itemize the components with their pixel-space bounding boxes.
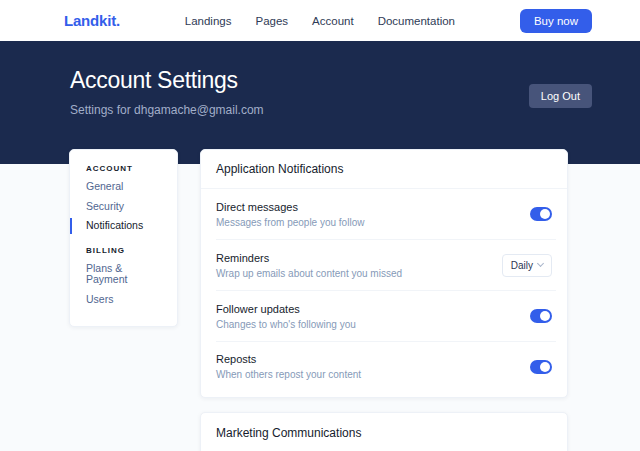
sidebar-section-account: Account General Security Notifications (70, 164, 177, 234)
hero-header: Account Settings Settings for dhgamache@… (0, 41, 640, 164)
toggle-knob (540, 362, 550, 372)
logout-button[interactable]: Log Out (529, 84, 592, 108)
sidebar-item-plans-payment[interactable]: Plans & Payment (70, 261, 177, 288)
content-area: Account General Security Notifications B… (0, 149, 640, 451)
selected-value: Daily (511, 260, 533, 271)
row-description: Wrap up emails about content you missed (216, 268, 402, 279)
nav-link-documentation[interactable]: Documentation (378, 15, 455, 27)
follower-updates-toggle[interactable] (530, 309, 552, 323)
reminders-text: Reminders Wrap up emails about content y… (216, 252, 402, 279)
reminders-frequency-select[interactable]: Daily (502, 254, 552, 277)
toggle-knob (540, 311, 550, 321)
nav-link-landings[interactable]: Landings (185, 15, 232, 27)
sidebar-item-general[interactable]: General (70, 179, 177, 195)
main-column: Application Notifications Direct message… (200, 149, 568, 451)
row-description: Messages from people you follow (216, 217, 364, 228)
sidebar-item-notifications[interactable]: Notifications (70, 218, 177, 234)
direct-messages-text: Direct messages Messages from people you… (216, 201, 364, 228)
nav-link-account[interactable]: Account (312, 15, 354, 27)
nav-links: Landings Pages Account Documentation (120, 15, 520, 27)
settings-sidebar-card: Account General Security Notifications B… (69, 149, 178, 327)
marketing-communications-card: Marketing Communications (200, 412, 568, 451)
reposts-toggle[interactable] (530, 360, 552, 374)
row-title: Direct messages (216, 201, 364, 213)
navbar: Landkit. Landings Pages Account Document… (0, 0, 640, 41)
marketing-communications-title: Marketing Communications (201, 413, 567, 451)
sidebar-heading-billing: Billing (70, 246, 177, 255)
application-notifications-card: Application Notifications Direct message… (200, 149, 568, 398)
application-notifications-title: Application Notifications (201, 150, 567, 189)
row-description: When others repost your content (216, 369, 361, 380)
follower-updates-text: Follower updates Changes to who's follow… (216, 303, 356, 330)
reposts-text: Reposts When others repost your content (216, 353, 361, 380)
row-title: Reminders (216, 252, 402, 264)
direct-messages-row: Direct messages Messages from people you… (201, 189, 567, 239)
page-title: Account Settings (70, 67, 264, 95)
row-description: Changes to who's following you (216, 319, 356, 330)
sidebar-heading-account: Account (70, 164, 177, 173)
landkit-logo[interactable]: Landkit. (64, 12, 120, 29)
reminders-row: Reminders Wrap up emails about content y… (201, 240, 567, 290)
page-subtitle: Settings for dhgamache@gmail.com (70, 103, 264, 117)
row-title: Reposts (216, 353, 361, 365)
sidebar-item-users[interactable]: Users (70, 292, 177, 308)
nav-link-pages[interactable]: Pages (255, 15, 288, 27)
chevron-down-icon (537, 260, 544, 267)
sidebar-section-billing: Billing Plans & Payment Users (70, 246, 177, 308)
buy-now-button[interactable]: Buy now (520, 9, 592, 33)
direct-messages-toggle[interactable] (530, 207, 552, 221)
follower-updates-row: Follower updates Changes to who's follow… (201, 291, 567, 341)
sidebar-item-security[interactable]: Security (70, 199, 177, 215)
hero-text: Account Settings Settings for dhgamache@… (70, 67, 264, 117)
toggle-knob (540, 209, 550, 219)
row-title: Follower updates (216, 303, 356, 315)
reposts-row: Reposts When others repost your content (201, 342, 567, 397)
